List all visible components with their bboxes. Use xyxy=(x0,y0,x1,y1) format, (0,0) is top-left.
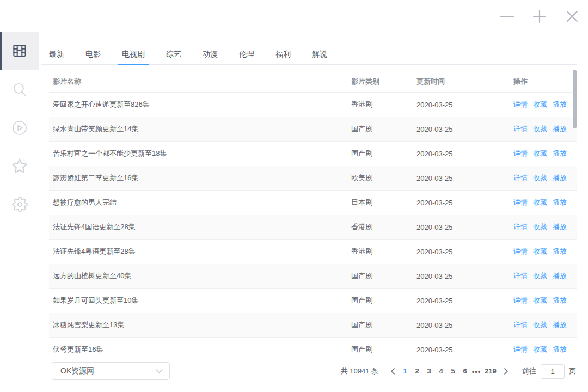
category-tab[interactable]: 电影 xyxy=(82,46,104,64)
play-link[interactable]: 播放 xyxy=(553,198,567,207)
play-link[interactable]: 播放 xyxy=(553,100,567,109)
row-title: 伏弩更新至16集 xyxy=(49,345,351,354)
next-page-button[interactable] xyxy=(499,364,512,379)
column-header-updated: 更新时间 xyxy=(416,77,513,87)
sidebar-item-search[interactable] xyxy=(0,71,39,109)
favorite-link[interactable]: 收藏 xyxy=(533,222,547,232)
page-number[interactable]: 3 xyxy=(424,364,434,379)
play-circle-icon xyxy=(11,120,28,136)
row-actions: 详情 收藏 播放 xyxy=(513,320,577,330)
sidebar-item-player[interactable] xyxy=(0,109,39,147)
row-actions: 详情 收藏 播放 xyxy=(513,222,577,232)
play-link[interactable]: 播放 xyxy=(553,222,567,232)
detail-link[interactable]: 详情 xyxy=(513,173,528,183)
favorite-link[interactable]: 收藏 xyxy=(533,100,547,109)
row-actions: 详情 收藏 播放 xyxy=(513,345,577,354)
category-tab[interactable]: 福利 xyxy=(272,46,294,64)
column-header-actions: 操作 xyxy=(513,77,577,87)
row-title: 爱回家之开心速递更新至826集 xyxy=(49,100,351,109)
row-title: 冰糖炖雪梨更新至13集 xyxy=(49,320,351,330)
play-link[interactable]: 播放 xyxy=(553,124,567,134)
sidebar-item-settings[interactable] xyxy=(0,185,39,223)
chevron-right-icon xyxy=(504,368,509,375)
row-category: 国产剧 xyxy=(351,320,416,330)
row-date: 2020-03-25 xyxy=(416,125,513,133)
column-header-name: 影片名称 xyxy=(49,77,351,87)
detail-link[interactable]: 详情 xyxy=(513,271,528,281)
detail-link[interactable]: 详情 xyxy=(513,247,528,256)
page-number[interactable]: 6 xyxy=(460,364,470,379)
play-link[interactable]: 播放 xyxy=(553,345,567,354)
favorite-link[interactable]: 收藏 xyxy=(533,345,547,354)
row-title: 想被疗愈的男人完结 xyxy=(49,198,351,207)
plus-icon xyxy=(532,9,547,23)
film-icon xyxy=(13,44,27,58)
page-number[interactable]: 5 xyxy=(448,364,458,379)
more-pages-icon[interactable]: ••• xyxy=(471,367,482,376)
page-number[interactable]: 4 xyxy=(436,364,446,379)
row-category: 国产剧 xyxy=(351,345,416,354)
sidebar-item-video-library[interactable] xyxy=(0,32,39,70)
favorite-link[interactable]: 收藏 xyxy=(533,320,547,330)
category-tab[interactable]: 电视剧 xyxy=(119,46,148,64)
play-link[interactable]: 播放 xyxy=(553,149,567,158)
category-tab[interactable]: 最新 xyxy=(46,46,68,64)
row-title: 远方的山楂树更新至40集 xyxy=(49,271,351,281)
category-tab[interactable]: 伦理 xyxy=(236,46,258,64)
table-row: 伏弩更新至16集 国产剧 2020-03-25 详情 收藏 播放 xyxy=(49,338,577,362)
favorite-link[interactable]: 收藏 xyxy=(533,173,547,183)
maximize-button[interactable] xyxy=(532,9,547,23)
favorite-link[interactable]: 收藏 xyxy=(533,124,547,134)
row-actions: 详情 收藏 播放 xyxy=(513,100,577,109)
play-link[interactable]: 播放 xyxy=(553,247,567,256)
category-tab[interactable]: 解说 xyxy=(309,46,330,64)
detail-link[interactable]: 详情 xyxy=(513,149,528,158)
table-scrollbar-thumb[interactable] xyxy=(573,70,577,128)
play-link[interactable]: 播放 xyxy=(553,173,567,183)
detail-link[interactable]: 详情 xyxy=(513,296,528,305)
source-select[interactable]: OK资源网 xyxy=(52,362,170,380)
minimize-button[interactable] xyxy=(500,9,514,23)
row-date: 2020-03-25 xyxy=(416,101,513,109)
column-header-category: 影片类别 xyxy=(351,77,416,87)
row-category: 香港剧 xyxy=(351,222,416,232)
play-link[interactable]: 播放 xyxy=(553,271,567,281)
close-button[interactable] xyxy=(565,9,579,23)
row-actions: 详情 收藏 播放 xyxy=(513,247,577,256)
category-tab[interactable]: 综艺 xyxy=(163,46,185,64)
favorite-link[interactable]: 收藏 xyxy=(533,296,547,305)
goto-unit-label: 页 xyxy=(569,366,576,376)
page-number[interactable]: 2 xyxy=(412,364,422,379)
row-category: 国产剧 xyxy=(351,124,416,134)
table-row: 如果岁月可回头更新至10集 国产剧 2020-03-25 详情 收藏 播放 xyxy=(49,289,577,313)
media-table: 影片名称 影片类别 更新时间 操作 爱回家之开心速递更新至826集 香港剧 20… xyxy=(49,71,577,362)
play-link[interactable]: 播放 xyxy=(553,320,567,330)
detail-link[interactable]: 详情 xyxy=(513,198,528,207)
favorite-link[interactable]: 收藏 xyxy=(533,247,547,256)
row-title: 法证先锋4国语更新至28集 xyxy=(49,222,351,232)
favorite-link[interactable]: 收藏 xyxy=(533,271,547,281)
play-link[interactable]: 播放 xyxy=(553,296,567,305)
detail-link[interactable]: 详情 xyxy=(513,100,528,109)
table-row: 法证先锋4国语更新至28集 香港剧 2020-03-25 详情 收藏 播放 xyxy=(49,215,577,240)
pagination-total: 共 10941 条 xyxy=(341,366,378,376)
search-icon xyxy=(11,82,28,98)
detail-link[interactable]: 详情 xyxy=(513,320,528,330)
detail-link[interactable]: 详情 xyxy=(513,222,528,232)
category-tab[interactable]: 动漫 xyxy=(199,46,221,64)
row-date: 2020-03-25 xyxy=(416,174,513,182)
row-date: 2020-03-25 xyxy=(416,321,513,329)
goto-label: 前往 xyxy=(522,366,536,376)
close-icon xyxy=(566,10,579,23)
goto-page-input[interactable] xyxy=(541,364,565,379)
page-number[interactable]: 1 xyxy=(400,364,411,379)
prev-page-button[interactable] xyxy=(386,364,399,379)
last-page-number[interactable]: 219 xyxy=(482,364,499,379)
detail-link[interactable]: 详情 xyxy=(513,345,528,354)
favorite-link[interactable]: 收藏 xyxy=(533,198,547,207)
category-tabbar: 最新 电影 电视剧 综艺 动漫 伦理 福利 解说 xyxy=(41,46,577,65)
detail-link[interactable]: 详情 xyxy=(513,124,528,134)
sidebar-item-favorites[interactable] xyxy=(0,147,39,185)
row-category: 欧美剧 xyxy=(351,173,416,183)
favorite-link[interactable]: 收藏 xyxy=(533,149,547,158)
